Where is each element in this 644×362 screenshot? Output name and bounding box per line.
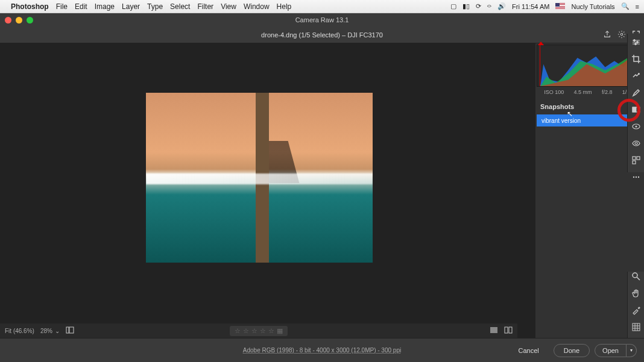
- control-center-icon[interactable]: ≡: [636, 3, 639, 10]
- zoom-value: 28%: [40, 328, 52, 334]
- export-icon[interactable]: [603, 30, 611, 40]
- shadow-clip-line: [540, 45, 540, 86]
- app-toolbar: drone-4.dng (1/5 Selected) – DJI FC3170: [0, 27, 644, 43]
- wifi-icon[interactable]: ⌔: [487, 3, 491, 10]
- footer: Adobe RGB (1998) - 8 bit - 4000 x 3000 (…: [0, 338, 644, 362]
- main-area: ISO 100 4.5 mm f/2.8 1/50s Snapshots vib…: [0, 43, 644, 338]
- menu-select[interactable]: Select: [170, 2, 190, 11]
- rating-stars[interactable]: ☆ ☆ ☆ ☆ ☆ ▦: [230, 326, 288, 336]
- zoom-tool-icon[interactable]: [631, 272, 641, 281]
- svg-point-8: [636, 126, 637, 127]
- exif-aperture: f/2.8: [602, 89, 613, 95]
- cancel-button[interactable]: Cancel: [509, 344, 549, 357]
- window-titlebar: Camera Raw 13.1: [0, 13, 644, 27]
- right-tool-strip-bottom: [627, 272, 644, 338]
- heal-tool-icon[interactable]: [631, 71, 641, 81]
- sampler-tool-icon[interactable]: [631, 305, 641, 315]
- svg-point-14: [635, 176, 636, 178]
- fit-label[interactable]: Fit (46.6%): [5, 328, 34, 334]
- svg-rect-20: [490, 327, 497, 333]
- open-button-group: Open ▾: [595, 344, 637, 357]
- svg-rect-12: [633, 161, 636, 164]
- compare-view-icon[interactable]: [504, 326, 513, 335]
- workflow-options-link[interactable]: Adobe RGB (1998) - 8 bit - 4000 x 3000 (…: [243, 347, 401, 354]
- crop-tool-icon[interactable]: [631, 54, 641, 64]
- spotlight-icon[interactable]: 🔍: [621, 2, 630, 10]
- svg-point-4: [634, 43, 636, 45]
- open-dropdown-button[interactable]: ▾: [627, 344, 637, 357]
- histogram-graph: [537, 45, 642, 86]
- star-4-icon[interactable]: ☆: [260, 327, 266, 335]
- volume-icon[interactable]: 🔊: [497, 2, 506, 10]
- svg-point-9: [635, 142, 637, 145]
- menu-view[interactable]: View: [221, 2, 236, 11]
- minimize-window-button[interactable]: [16, 17, 22, 23]
- battery-icon[interactable]: ▮▯: [462, 2, 470, 10]
- right-tool-strip: [627, 34, 644, 172]
- sync-icon[interactable]: ⟳: [476, 2, 481, 10]
- menubar-app-name[interactable]: Photoshop: [11, 2, 49, 11]
- star-5-icon[interactable]: ☆: [268, 327, 274, 335]
- hand-tool-icon[interactable]: [631, 289, 641, 298]
- gradient-tool-icon[interactable]: [631, 105, 641, 114]
- document-title: drone-4.dng (1/5 Selected) – DJI FC3170: [261, 31, 383, 39]
- clock[interactable]: Fri 11:54 AM: [512, 3, 549, 10]
- bottom-bar: Fit (46.6%) 28%⌄ ☆ ☆ ☆ ☆ ☆ ▦: [0, 323, 517, 338]
- single-view-icon[interactable]: [490, 326, 498, 335]
- image-preview[interactable]: [146, 93, 373, 263]
- label-icon[interactable]: ▦: [277, 327, 283, 335]
- star-1-icon[interactable]: ☆: [235, 327, 241, 335]
- done-button[interactable]: Done: [554, 344, 590, 357]
- image-content: [146, 173, 373, 184]
- brush-tool-icon[interactable]: [631, 88, 641, 98]
- svg-point-3: [636, 42, 638, 43]
- menu-layer[interactable]: Layer: [122, 2, 140, 11]
- window-title: Camera Raw 13.1: [295, 16, 349, 23]
- grid-tool-icon[interactable]: [631, 322, 641, 332]
- canvas-area[interactable]: [0, 43, 535, 338]
- svg-rect-19: [69, 327, 74, 333]
- menu-type[interactable]: Type: [147, 2, 163, 11]
- svg-point-13: [633, 176, 634, 178]
- more-icon[interactable]: [631, 172, 641, 182]
- presets-icon[interactable]: [631, 155, 641, 165]
- snapshots-label: Snapshots: [540, 103, 574, 110]
- exif-focal: 4.5 mm: [574, 89, 592, 95]
- open-button[interactable]: Open: [595, 344, 627, 357]
- svg-rect-11: [637, 157, 640, 160]
- svg-point-2: [633, 40, 635, 42]
- svg-point-15: [637, 176, 639, 178]
- menu-image[interactable]: Image: [95, 2, 115, 11]
- traffic-lights: [5, 17, 33, 23]
- settings-icon[interactable]: [617, 30, 626, 40]
- star-2-icon[interactable]: ☆: [243, 327, 249, 335]
- exif-iso: ISO 100: [544, 89, 564, 95]
- zoom-dropdown[interactable]: 28%⌄: [40, 328, 60, 334]
- radial-tool-icon[interactable]: [631, 122, 641, 131]
- svg-rect-18: [66, 327, 69, 333]
- menubar-status-area: ▢ ▮▯ ⟳ ⌔ 🔊 Fri 11:54 AM Nucly Tutorials …: [450, 2, 639, 10]
- svg-rect-21: [505, 327, 508, 333]
- menu-file[interactable]: File: [56, 2, 68, 11]
- shadow-clip-warning-icon[interactable]: [538, 42, 544, 45]
- close-window-button[interactable]: [5, 17, 11, 23]
- us-flag-icon[interactable]: [555, 3, 565, 10]
- snapshot-name: vibrant version: [541, 117, 581, 124]
- maximize-window-button[interactable]: [27, 17, 33, 23]
- svg-rect-10: [633, 157, 636, 160]
- menu-help[interactable]: Help: [277, 2, 292, 11]
- edit-tool-icon[interactable]: [631, 37, 641, 47]
- menu-edit[interactable]: Edit: [75, 2, 87, 11]
- svg-rect-6: [633, 107, 636, 112]
- mac-menubar: Photoshop File Edit Image Layer Type Sel…: [0, 0, 644, 13]
- svg-rect-22: [509, 327, 512, 333]
- star-3-icon[interactable]: ☆: [251, 327, 257, 335]
- screen-record-icon[interactable]: ▢: [450, 2, 456, 10]
- svg-point-0: [620, 33, 623, 36]
- svg-point-16: [633, 273, 637, 278]
- menu-window[interactable]: Window: [244, 2, 270, 11]
- user-name[interactable]: Nucly Tutorials: [571, 3, 614, 10]
- filmstrip-toggle-icon[interactable]: [66, 326, 74, 335]
- redeye-tool-icon[interactable]: [631, 139, 641, 148]
- menu-filter[interactable]: Filter: [197, 2, 213, 11]
